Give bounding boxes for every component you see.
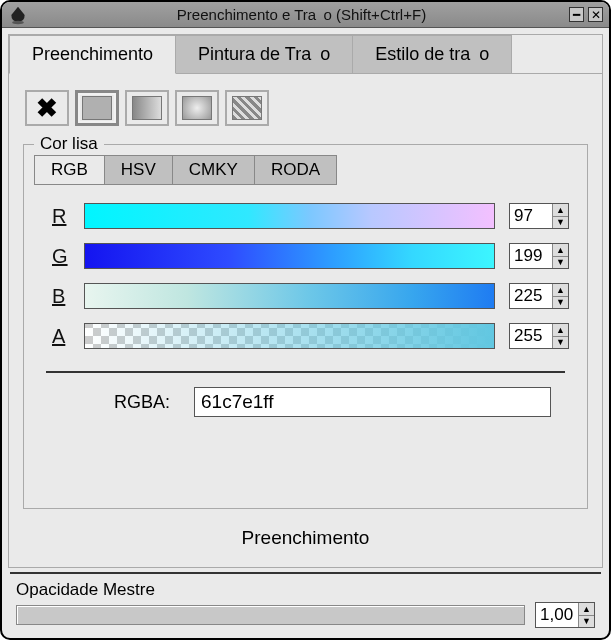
fieldset-legend: Cor lisa <box>34 134 104 154</box>
channel-label-b: B <box>52 285 70 308</box>
spin-down-g[interactable]: ▼ <box>553 257 568 269</box>
channel-row-b: B ▲▼ <box>52 283 569 309</box>
svg-point-0 <box>12 20 24 23</box>
slider-a[interactable] <box>84 323 495 349</box>
divider <box>46 371 565 373</box>
master-opacity-slider[interactable] <box>16 605 525 625</box>
main-tabs: Preenchimento Pintura de Tra o Estilo de… <box>9 35 602 74</box>
hex-label: RGBA: <box>114 392 170 413</box>
color-tab-wheel[interactable]: RODA <box>254 155 337 185</box>
tab-stroke-style[interactable]: Estilo de tra o <box>352 35 512 74</box>
paint-type-row: ✖ <box>25 90 592 126</box>
input-r[interactable] <box>510 204 552 228</box>
window-title: Preenchimento e Tra o (Shift+Ctrl+F) <box>38 6 565 23</box>
channel-row-a: A ▲▼ <box>52 323 569 349</box>
tab-stroke-paint[interactable]: Pintura de Tra o <box>175 35 353 74</box>
input-master[interactable] <box>536 603 578 627</box>
main-panel: Preenchimento Pintura de Tra o Estilo de… <box>8 34 603 568</box>
input-g[interactable] <box>510 244 552 268</box>
master-opacity-label: Opacidade Mestre <box>16 580 595 600</box>
slider-g[interactable] <box>84 243 495 269</box>
titlebar: Preenchimento e Tra o (Shift+Ctrl+F) ━ ✕ <box>2 2 609 28</box>
hex-row: RGBA: <box>34 387 577 421</box>
content-area: Preenchimento Pintura de Tra o Estilo de… <box>2 28 609 638</box>
color-tab-hsv[interactable]: HSV <box>104 155 173 185</box>
paint-radial-button[interactable] <box>175 90 219 126</box>
app-icon <box>8 5 28 25</box>
master-opacity: Opacidade Mestre ▲▼ <box>8 578 603 636</box>
spin-up-master[interactable]: ▲ <box>579 603 594 616</box>
channel-label-a: A <box>52 325 70 348</box>
radial-gradient-icon <box>182 96 212 120</box>
spin-r: ▲▼ <box>509 203 569 229</box>
tab-body: ✖ Cor lisa RGB HSV CMKY RODA <box>9 73 602 567</box>
slider-b[interactable] <box>84 283 495 309</box>
spin-down-master[interactable]: ▼ <box>579 616 594 628</box>
spin-b: ▲▼ <box>509 283 569 309</box>
slider-r[interactable] <box>84 203 495 229</box>
channel-label-g: G <box>52 245 70 268</box>
spin-g: ▲▼ <box>509 243 569 269</box>
flat-swatch-icon <box>82 96 112 120</box>
fill-stroke-dialog: Preenchimento e Tra o (Shift+Ctrl+F) ━ ✕… <box>0 0 611 640</box>
spin-master: ▲▼ <box>535 602 595 628</box>
channel-row-r: R ▲▼ <box>52 203 569 229</box>
paint-flat-button[interactable] <box>75 90 119 126</box>
color-model-tabs: RGB HSV CMKY RODA <box>34 155 577 185</box>
spin-a: ▲▼ <box>509 323 569 349</box>
spin-up-r[interactable]: ▲ <box>553 204 568 217</box>
spin-up-a[interactable]: ▲ <box>553 324 568 337</box>
channel-row-g: G ▲▼ <box>52 243 569 269</box>
paint-linear-button[interactable] <box>125 90 169 126</box>
input-a[interactable] <box>510 324 552 348</box>
color-tab-rgb[interactable]: RGB <box>34 155 105 185</box>
close-button[interactable]: ✕ <box>588 7 603 22</box>
x-icon: ✖ <box>36 93 58 124</box>
separator <box>10 572 601 574</box>
input-b[interactable] <box>510 284 552 308</box>
spin-down-r[interactable]: ▼ <box>553 217 568 229</box>
master-opacity-row: ▲▼ <box>16 602 595 628</box>
channel-label-r: R <box>52 205 70 228</box>
spin-down-a[interactable]: ▼ <box>553 337 568 349</box>
color-tab-cmyk[interactable]: CMKY <box>172 155 255 185</box>
minimize-button[interactable]: ━ <box>569 7 584 22</box>
pattern-icon <box>232 96 262 120</box>
spin-down-b[interactable]: ▼ <box>553 297 568 309</box>
hex-input[interactable] <box>194 387 551 417</box>
tab-fill[interactable]: Preenchimento <box>9 35 176 74</box>
flat-color-fieldset: Cor lisa RGB HSV CMKY RODA R <box>23 144 588 509</box>
paint-none-button[interactable]: ✖ <box>25 90 69 126</box>
rgb-channels: R ▲▼ G ▲▼ <box>34 203 577 349</box>
spin-up-g[interactable]: ▲ <box>553 244 568 257</box>
linear-gradient-icon <box>132 96 162 120</box>
bottom-mode-label: Preenchimento <box>19 509 592 555</box>
spin-up-b[interactable]: ▲ <box>553 284 568 297</box>
paint-pattern-button[interactable] <box>225 90 269 126</box>
